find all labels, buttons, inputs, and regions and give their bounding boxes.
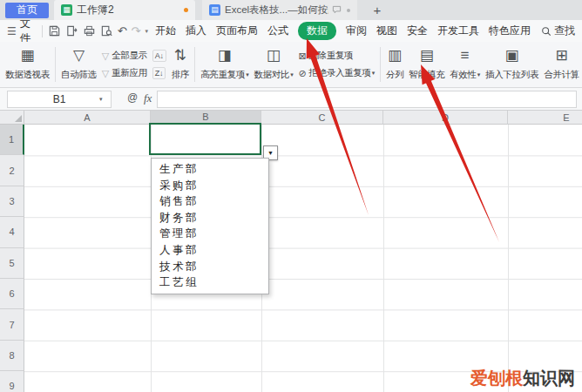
dropdown-list-item[interactable]: 技术部	[152, 259, 268, 275]
sheets-icon: ▦	[61, 4, 72, 16]
menu-bar: ☰ 文件 ↶ ↷ ▾ 开始插入页面布局公式数据审阅视图安全开发工具特色应用 查找	[0, 20, 582, 42]
ribbon-button-label: 智能填充	[409, 69, 444, 81]
file-menu-label: 文件	[20, 20, 37, 42]
dropdown-list-item[interactable]: 销售部	[152, 193, 268, 210]
ribbon-button[interactable]: ⇅排序	[170, 44, 191, 85]
menu-item[interactable]: 特色应用	[489, 24, 531, 38]
doc-icon: ▤	[209, 4, 220, 16]
redo-icon[interactable]: ↷	[132, 25, 141, 37]
watermark: 爱刨根知识网	[470, 367, 575, 390]
selected-cell-b1[interactable]	[149, 123, 261, 155]
dropdown-list-item[interactable]: 生产部	[152, 161, 268, 178]
tab-workbook2[interactable]: ▦ 工作簿2	[54, 0, 195, 20]
comment-bubble-icon	[332, 5, 342, 15]
tab-excel-article[interactable]: ▤ Excel表格技...—如何按颜色筛选	[202, 0, 357, 20]
autofilter-icon: ▽	[73, 47, 85, 64]
ribbon-button[interactable]: ▤智能填充	[407, 44, 446, 85]
menu-item[interactable]: 开始	[155, 24, 176, 38]
tab-label: 工作簿2	[77, 3, 179, 17]
sort-icon: ⇅	[174, 47, 186, 64]
smart-fill-icon: ▤	[420, 47, 434, 64]
reapply-icon: ▽	[102, 68, 109, 78]
document-tab-bar: 首页 ▦ 工作簿2 ▤ Excel表格技...—如何按颜色筛选 +	[0, 0, 582, 20]
formula-input[interactable]	[157, 91, 577, 108]
menu-items: 开始插入页面布局公式数据审阅视图安全开发工具特色应用	[155, 22, 531, 40]
sort-descending-icon: Z↓	[152, 67, 166, 79]
ribbon-button-label: 合并计算	[544, 69, 579, 81]
reject-duplicates-icon: ⊘	[298, 68, 306, 78]
ribbon-button[interactable]: ⊘拒绝录入重复项▾	[298, 67, 375, 79]
name-box-dropdown-icon[interactable]: ▾	[99, 96, 103, 103]
ribbon-stack: ▽全部显示▽重新应用	[100, 44, 149, 85]
validation-dropdown-list: 生产部采购部销售部财务部管理部人事部技术部工艺组	[151, 158, 269, 294]
dropdown-caret-icon: ▾	[290, 71, 293, 78]
quick-access-toolbar: ↶ ↷ ▾	[48, 24, 148, 37]
dropdown-list-item[interactable]: 管理部	[152, 226, 268, 242]
file-menu[interactable]: ☰ 文件	[7, 20, 37, 42]
gridlines	[0, 111, 582, 392]
menu-item[interactable]: 公式	[267, 24, 288, 38]
tab-label: Excel表格技...—如何按颜色筛选	[225, 3, 328, 17]
dropdown-caret-icon: ▾	[477, 71, 480, 78]
show-all-icon: ▽	[102, 51, 109, 61]
data-compare-icon: ◫	[267, 47, 281, 64]
menu-item[interactable]: 页面布局	[216, 24, 258, 38]
search-button[interactable]: 查找	[541, 24, 575, 38]
menu-item[interactable]: 开发工具	[437, 24, 479, 38]
sheet-area[interactable]: ABCDE 123456789 ▼ 生产部采购部销售部财务部管理部人事部技术部工…	[0, 111, 582, 392]
delete-duplicates-icon: ⊠	[298, 51, 306, 61]
watermark-highlight: 爱刨根	[470, 368, 523, 388]
save-icon[interactable]	[48, 24, 61, 37]
unsaved-dot-icon	[184, 8, 188, 12]
ribbon-button-label: 自动筛选	[61, 69, 97, 81]
ribbon-button[interactable]: ⊞合并计算	[542, 44, 581, 85]
output-pdf-icon[interactable]	[65, 24, 78, 37]
menu-item[interactable]: 视图	[376, 24, 397, 38]
ribbon-button-label: 排序	[172, 69, 189, 81]
new-tab-button[interactable]: +	[369, 3, 385, 17]
dropdown-list-item[interactable]: 人事部	[152, 242, 268, 259]
ribbon-button[interactable]: A↓	[152, 50, 166, 62]
insert-dropdown-list-icon: ▣	[505, 47, 519, 64]
ribbon-button-label: 删除重复项	[308, 50, 353, 62]
ribbon-button-label: 重新应用	[112, 67, 147, 79]
dropdown-list-item[interactable]: 工艺组	[152, 274, 268, 291]
ribbon-group-divider	[380, 47, 381, 82]
ribbon-button[interactable]: ▣插入下拉列表	[484, 44, 540, 85]
ribbon-stack: ⊠删除重复项⊘拒绝录入重复项▾	[296, 44, 376, 85]
ribbon-button: ▽重新应用	[102, 67, 147, 79]
print-preview-icon[interactable]	[100, 24, 113, 37]
ribbon-button-label: 数据对比▾	[254, 69, 293, 81]
insert-function-icon[interactable]: fx	[144, 91, 152, 105]
ribbon-button[interactable]: Z↓	[152, 67, 166, 79]
consolidate-icon: ⊞	[555, 47, 567, 64]
locate-icon[interactable]: @	[127, 91, 138, 104]
sort-ascending-icon: A↓	[152, 50, 166, 62]
quick-access-dropdown-icon[interactable]: ▾	[145, 28, 148, 35]
ribbon-button[interactable]: ◫数据对比▾	[252, 44, 294, 85]
hamburger-icon: ☰	[7, 25, 17, 37]
dropdown-list-item[interactable]: 采购部	[152, 178, 268, 194]
watermark-rest: 知识网	[523, 368, 575, 388]
menu-item[interactable]: 数据	[298, 22, 336, 40]
print-icon[interactable]	[83, 24, 96, 37]
ribbon-button[interactable]: ⊠删除重复项	[298, 50, 375, 62]
home-page-button[interactable]: 首页	[5, 3, 49, 18]
name-box[interactable]: B1	[7, 91, 112, 108]
ribbon-button[interactable]: ≡有效性▾	[448, 44, 482, 85]
tab-close-dot-icon[interactable]	[347, 9, 350, 12]
menu-item[interactable]: 插入	[186, 24, 206, 38]
search-label: 查找	[554, 24, 575, 38]
ribbon-button[interactable]: ▽自动筛选	[59, 44, 98, 85]
ribbon-button[interactable]: ▦数据透视表	[3, 44, 51, 85]
ribbon-button: ▽全部显示	[102, 50, 147, 62]
dropdown-list-item[interactable]: 财务部	[152, 210, 268, 226]
menu-item[interactable]: 安全	[407, 24, 428, 38]
undo-icon[interactable]: ↶	[118, 25, 127, 37]
ribbon-items: ▦数据透视表▽自动筛选▽全部显示▽重新应用A↓Z↓⇅排序◨高亮重复项▾◫数据对比…	[0, 42, 582, 88]
ribbon-button[interactable]: ◨高亮重复项▾	[199, 44, 250, 85]
menu-item[interactable]: 审阅	[346, 24, 367, 38]
ribbon-group-divider	[55, 47, 56, 82]
ribbon-button[interactable]: ▥分列	[384, 44, 405, 85]
wps-spreadsheet-window: 首页 ▦ 工作簿2 ▤ Excel表格技...—如何按颜色筛选 + ☰ 文件 ↶…	[0, 0, 582, 392]
